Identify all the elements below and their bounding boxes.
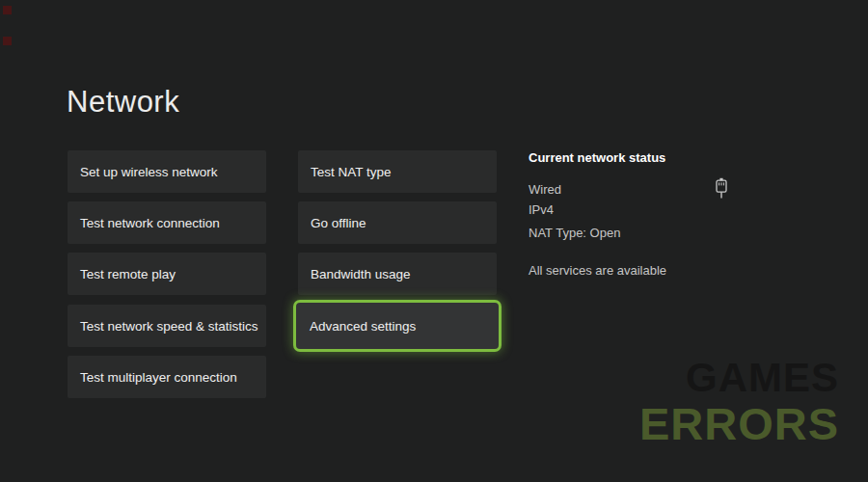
menu-button-test-remote-play[interactable]: Test remote play [68,253,266,295]
services-status-label: All services are available [529,263,666,278]
menu-button-bandwidth-usage[interactable]: Bandwidth usage [298,253,497,295]
watermark-line-games: GAMES [639,358,839,398]
status-row-ip-version: IPv4 [529,202,728,217]
menu-button-label: Set up wireless network [80,165,218,179]
status-row-services: All services are available [529,263,728,278]
red-marker-top [3,6,12,14]
page-title: Network [67,85,179,120]
menu-button-set-up-wireless-network[interactable]: Set up wireless network [68,150,266,193]
menu-button-go-offline[interactable]: Go offline [298,201,497,244]
watermark-line-errors: ERRORS [639,401,839,446]
ip-version-label: IPv4 [529,202,554,217]
menu-button-label: Advanced settings [310,319,416,334]
network-status-panel: Current network status Wired IPv4 NAT Ty… [529,150,728,285]
menu-button-label: Bandwidth usage [311,267,411,281]
menu-button-label: Go offline [311,216,366,230]
menu-button-test-multiplayer-connection[interactable]: Test multiplayer connection [68,356,266,398]
menu-button-advanced-settings[interactable]: Advanced settings [293,300,502,352]
menu-button-test-network-speed-statistics[interactable]: Test network speed & statistics [68,305,266,347]
menu-button-test-nat-type[interactable]: Test NAT type [298,150,497,193]
menu-button-label: Test NAT type [311,165,392,179]
nat-type-label: NAT Type: Open [529,226,620,240]
red-marker-bottom [3,37,12,45]
status-row-connection: Wired [529,179,728,199]
menu-button-label: Test network speed & statistics [80,319,258,334]
menu-button-label: Test remote play [80,267,176,281]
status-row-nat-type: NAT Type: Open [529,226,728,240]
network-settings-screen: Network Set up wireless network Test net… [0,0,868,482]
menu-button-test-network-connection[interactable]: Test network connection [68,201,266,244]
menu-button-label: Test multiplayer connection [80,370,237,385]
ethernet-plug-icon [715,177,728,199]
menu-button-label: Test network connection [80,216,220,230]
status-panel-title: Current network status [529,150,665,165]
connection-type-label: Wired [529,182,561,197]
games-errors-watermark: GAMES ERRORS [639,358,839,446]
